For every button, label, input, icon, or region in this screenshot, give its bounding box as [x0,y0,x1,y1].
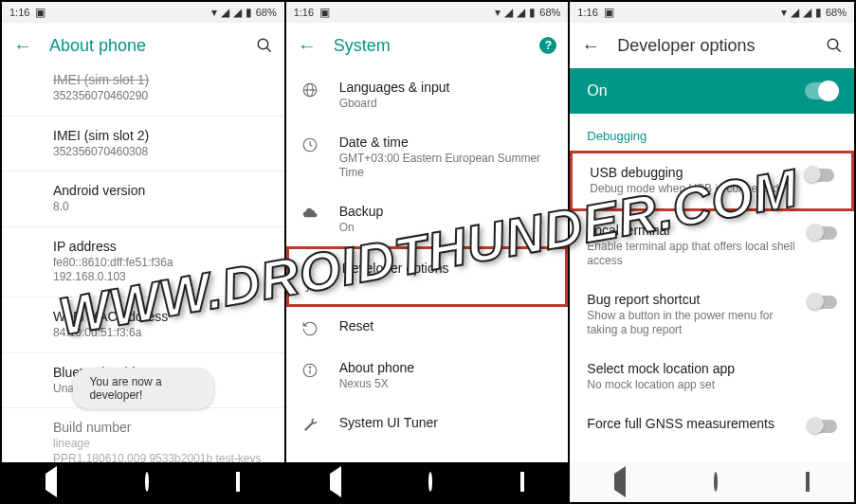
search-icon[interactable] [256,37,273,54]
status-time: 1:16 [9,7,29,18]
nav-home-button[interactable] [145,474,149,491]
wifi-mac-item[interactable]: Wi-Fi MAC address 84:10:0d:51:f3:6a [2,297,284,352]
back-button[interactable]: ← [13,35,32,57]
status-time: 1:16 [294,7,314,18]
signal-icon: ◢ [504,6,513,19]
nav-back-button[interactable] [330,474,341,491]
wifi-icon: ▾ [781,6,787,19]
build-number-item[interactable]: Build number lineage PPR1.180610.009 953… [2,408,284,462]
back-button[interactable]: ← [581,35,600,57]
wifi-icon: ▾ [211,6,217,19]
screen-system: 1:16 ▣ ▾ ◢ ◢ ▮ 68% ← System ? Language [286,2,571,502]
signal-icon-2: ◢ [233,6,242,19]
svg-point-9 [828,39,838,49]
datetime-item[interactable]: Date & time GMT+03:00 Eastern European S… [286,123,569,192]
cloud-icon [301,206,319,219]
nav-recent-button[interactable] [806,474,810,491]
settings-list[interactable]: Debugging USB debugging Debug mode when … [570,114,854,462]
calendar-icon: ▣ [604,6,614,19]
system-ui-tuner-item[interactable]: System UI Tuner [286,404,569,445]
developer-options-item[interactable]: { } Developer options [286,246,569,307]
search-icon[interactable] [826,37,843,54]
svg-line-10 [836,47,841,52]
status-bar: 1:16 ▣ ▾ ◢ ◢ ▮ 68% [286,2,569,23]
signal-icon-2: ◢ [517,6,525,19]
reset-icon [301,320,319,337]
calendar-icon: ▣ [35,6,46,19]
page-title: Developer options [617,36,809,56]
local-terminal-item[interactable]: Local terminal Enable terminal app that … [570,211,854,280]
master-toggle[interactable] [805,82,837,99]
navigation-bar [570,462,854,502]
nav-recent-button[interactable] [520,474,524,491]
about-phone-item[interactable]: About phone Nexus 5X [286,349,569,404]
page-title: System [334,36,523,56]
battery-icon: ▮ [815,6,822,19]
bug-report-shortcut-item[interactable]: Bug report shortcut Show a button in the… [570,280,854,350]
local-terminal-toggle[interactable] [809,226,837,240]
braces-icon: { } [304,262,321,293]
svg-point-8 [309,367,310,368]
android-version-item[interactable]: Android version 8.0 [2,171,284,226]
status-bar: 1:16 ▣ ▾ ◢ ◢ ▮ 68% [570,2,854,23]
screen-developer-options: 1:16 ▣ ▾ ◢ ◢ ▮ 68% ← Developer options O… [570,2,854,502]
languages-item[interactable]: Languages & input Gboard [286,68,569,123]
battery-icon: ▮ [529,6,536,19]
clock-icon [301,136,319,153]
usb-debugging-item[interactable]: USB debugging Debug mode when USB is con… [570,151,854,211]
ip-address-item[interactable]: IP address fe80::8610:dff:fe51:f36a 192.… [2,227,284,297]
svg-line-1 [266,47,271,52]
settings-list[interactable]: IMEI (sim slot 1) 352356070460290 IMEI (… [2,68,284,462]
status-time: 1:16 [577,7,597,18]
signal-icon: ◢ [221,6,229,19]
settings-list[interactable]: Languages & input Gboard Date & time GMT… [286,68,569,462]
usb-debugging-toggle[interactable] [806,169,834,182]
imei-slot2-item[interactable]: IMEI (sim slot 2) 352356070460308 [2,117,284,171]
battery-percent: 68% [256,7,277,18]
reset-item[interactable]: Reset [286,307,569,349]
navigation-bar [286,462,569,502]
backup-item[interactable]: Backup On [286,192,569,247]
battery-percent: 68% [539,7,560,18]
page-title: About phone [49,36,239,56]
signal-icon: ◢ [791,6,799,19]
gnss-toggle[interactable] [809,420,837,433]
status-bar: 1:16 ▣ ▾ ◢ ◢ ▮ 68% [2,2,284,23]
on-label: On [587,82,607,99]
master-toggle-banner[interactable]: On [570,68,854,114]
header: ← Developer options [570,23,854,68]
info-icon [301,362,319,379]
help-icon[interactable]: ? [539,37,556,54]
svg-point-0 [258,39,268,49]
nav-back-button[interactable] [46,474,57,491]
header: ← System ? [286,23,569,68]
nav-recent-button[interactable] [236,474,240,491]
nav-back-button[interactable] [614,474,626,491]
nav-home-button[interactable] [714,474,718,491]
header: ← About phone [2,23,284,68]
battery-percent: 68% [826,7,847,18]
force-gnss-item[interactable]: Force full GNSS measurements [570,405,854,444]
mock-location-item[interactable]: Select mock location app No mock locatio… [570,350,854,405]
back-button[interactable]: ← [298,35,317,57]
imei-slot1-item[interactable]: IMEI (sim slot 1) 352356070460290 [2,68,284,116]
globe-icon [301,81,319,99]
developer-toast: You are now a developer! [72,368,213,409]
signal-icon-2: ◢ [803,6,811,19]
wifi-icon: ▾ [495,6,501,19]
bug-report-toggle[interactable] [809,296,837,309]
navigation-bar [2,462,284,502]
section-debugging: Debugging [570,114,854,151]
wrench-icon [301,417,319,434]
battery-icon: ▮ [246,6,252,19]
screen-about-phone: 1:16 ▣ ▾ ◢ ◢ ▮ 68% ← About phone IMEI (s… [2,2,286,502]
calendar-icon: ▣ [319,6,330,19]
nav-home-button[interactable] [428,474,432,491]
